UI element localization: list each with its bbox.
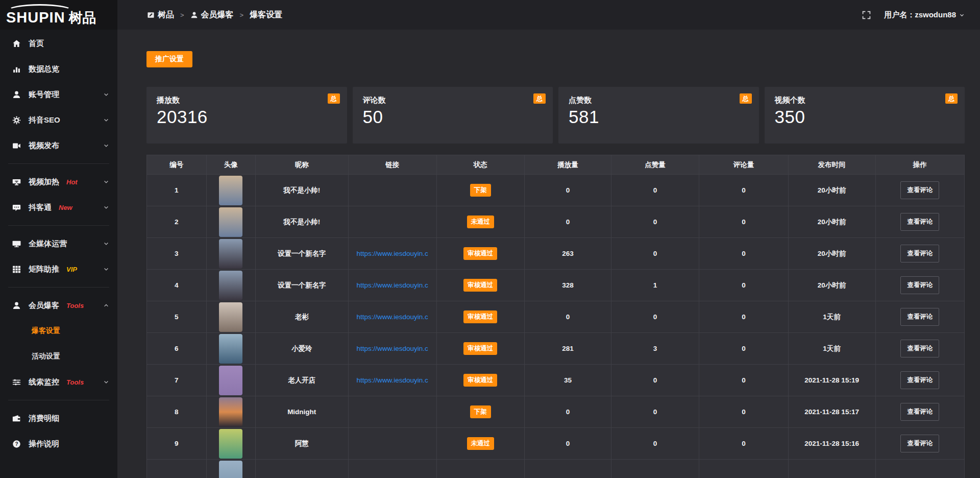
- cell-id: [147, 460, 207, 478]
- view-comments-button[interactable]: 查看评论: [900, 435, 939, 452]
- table-row: 6小爱玲https://www.iesdouyin.c审核通过281301天前查…: [147, 333, 965, 365]
- video-link[interactable]: https://www.iesdouyin.c: [357, 376, 428, 384]
- cell-comments: 0: [699, 365, 788, 396]
- avatar: [219, 207, 242, 237]
- chevron-down-icon: [103, 142, 109, 149]
- app-logo: SHUPIN 树品: [0, 0, 117, 30]
- cell-link: [348, 428, 436, 460]
- column-header-操作: 操作: [875, 155, 964, 175]
- status-badge: 未通过: [467, 216, 495, 228]
- view-comments-button[interactable]: 查看评论: [900, 340, 939, 357]
- sidebar-item-tag: VIP: [66, 266, 77, 273]
- cell-avatar: [206, 206, 255, 238]
- status-badge: 下架: [470, 184, 491, 197]
- cell-nickname: 老彬: [255, 301, 348, 333]
- cell-likes: [611, 460, 699, 478]
- chat-icon: [12, 203, 21, 212]
- cell-link: https://www.iesdouyin.c: [348, 301, 436, 333]
- cell-plays: 328: [525, 270, 611, 301]
- sidebar-item-全媒体运营[interactable]: 全媒体运营: [0, 231, 117, 256]
- sidebar-item-操作说明[interactable]: ?操作说明: [0, 431, 117, 457]
- fullscreen-icon[interactable]: [862, 11, 871, 19]
- video-link[interactable]: https://www.iesdouyin.c: [357, 281, 428, 289]
- gear-icon: [12, 116, 21, 125]
- sidebar-item-视频加热[interactable]: 视频加热Hot: [0, 169, 117, 195]
- cell-time: 1天前: [788, 333, 875, 365]
- sidebar-item-label: 矩阵助推: [29, 265, 59, 274]
- topbar: 树品 > 会员爆客 > 爆客设置 用户名：zswodun88: [117, 0, 980, 30]
- column-header-点赞量: 点赞量: [611, 155, 699, 175]
- sidebar-item-首页[interactable]: 首页: [0, 31, 117, 56]
- logo-text-cn: 树品: [69, 11, 96, 25]
- cell-likes: 0: [611, 301, 699, 333]
- cell-id: 3: [147, 238, 207, 270]
- sidebar-item-视频发布[interactable]: 视频发布: [0, 133, 117, 158]
- stat-label: 视频个数: [775, 95, 955, 105]
- sidebar-subitem-爆客设置[interactable]: 爆客设置: [0, 318, 117, 344]
- cell-action: 查看评论: [875, 396, 964, 428]
- videos-table-wrap: 编号头像昵称链接状态播放量点赞量评论量发布时间操作1我不是小帅!下架00020小…: [146, 155, 965, 478]
- sidebar-item-会员爆客[interactable]: 会员爆客Tools: [0, 293, 117, 318]
- column-header-发布时间: 发布时间: [788, 155, 875, 175]
- breadcrumb-item-member[interactable]: 会员爆客: [190, 10, 234, 20]
- grid-icon: [12, 265, 21, 274]
- view-comments-button[interactable]: 查看评论: [900, 371, 939, 389]
- cell-action: 查看评论: [875, 238, 964, 270]
- cell-status: 未通过: [436, 206, 525, 238]
- cell-link: https://www.iesdouyin.c: [348, 365, 436, 396]
- sidebar-item-tag: Hot: [66, 178, 78, 186]
- sidebar-item-矩阵助推[interactable]: 矩阵助推VIP: [0, 256, 117, 282]
- sidebar-item-线索监控[interactable]: 线索监控Tools: [0, 369, 117, 395]
- breadcrumb-item-home[interactable]: 树品: [147, 10, 174, 20]
- cell-nickname: 设置一个新名字: [255, 238, 348, 270]
- user-area: 用户名：zswodun88: [862, 10, 965, 20]
- chart-icon: [12, 65, 21, 74]
- table-row: 9阿慧未通过0002021-11-28 15:16查看评论: [147, 428, 965, 460]
- sidebar-item-label: 会员爆客: [29, 301, 59, 310]
- sidebar-item-数据总览[interactable]: 数据总览: [0, 56, 117, 82]
- view-comments-button[interactable]: 查看评论: [900, 181, 939, 199]
- sidebar-item-账号管理[interactable]: 账号管理: [0, 82, 117, 107]
- sidebar-subitem-活动设置[interactable]: 活动设置: [0, 344, 117, 369]
- status-badge: 审核通过: [463, 342, 497, 355]
- view-comments-button[interactable]: 查看评论: [900, 213, 939, 231]
- cell-id: 1: [147, 175, 207, 206]
- video-link[interactable]: https://www.iesdouyin.c: [357, 313, 428, 321]
- view-comments-button[interactable]: 查看评论: [900, 276, 939, 294]
- table-row: 1我不是小帅!下架00020小时前查看评论: [147, 175, 965, 206]
- cell-action: [875, 460, 964, 478]
- cell-status: 审核通过: [436, 365, 525, 396]
- cell-nickname: 我不是小帅!: [255, 175, 348, 206]
- sidebar-item-消费明细[interactable]: 消费明细: [0, 405, 117, 431]
- sidebar-item-抖客通[interactable]: 抖客通New: [0, 195, 117, 220]
- logo-arc-decoration: [7, 4, 72, 17]
- user-icon: [190, 11, 198, 19]
- table-row: 7老人开店https://www.iesdouyin.c审核通过35002021…: [147, 365, 965, 396]
- cell-time: 20小时前: [788, 175, 875, 206]
- video-link[interactable]: https://www.iesdouyin.c: [357, 250, 428, 257]
- view-comments-button[interactable]: 查看评论: [900, 403, 939, 421]
- user-menu[interactable]: 用户名：zswodun88: [884, 10, 965, 20]
- cell-time: 20小时前: [788, 270, 875, 301]
- chevron-down-icon: [103, 91, 109, 98]
- sidebar-item-label: 抖客通: [29, 203, 52, 212]
- wallet-icon: [12, 414, 21, 423]
- cell-status: 审核通过: [436, 301, 525, 333]
- sidebar-item-抖音SEO[interactable]: 抖音SEO: [0, 107, 117, 133]
- promo-settings-button[interactable]: 推广设置: [146, 51, 192, 67]
- video-link[interactable]: https://www.iesdouyin.c: [357, 345, 428, 352]
- view-comments-button[interactable]: 查看评论: [900, 245, 939, 262]
- stat-value: 50: [363, 107, 543, 127]
- view-comments-button[interactable]: 查看评论: [900, 308, 939, 326]
- cell-avatar: [206, 238, 255, 270]
- sidebar-item-tag: Tools: [66, 302, 84, 309]
- cell-comments: 0: [699, 428, 788, 460]
- cell-plays: 0: [525, 428, 611, 460]
- cell-comments: 0: [699, 175, 788, 206]
- avatar: [219, 271, 242, 300]
- cell-avatar: [206, 301, 255, 333]
- cell-id: 8: [147, 396, 207, 428]
- cell-id: 9: [147, 428, 207, 460]
- cell-avatar: [206, 333, 255, 365]
- table-row: [147, 460, 965, 478]
